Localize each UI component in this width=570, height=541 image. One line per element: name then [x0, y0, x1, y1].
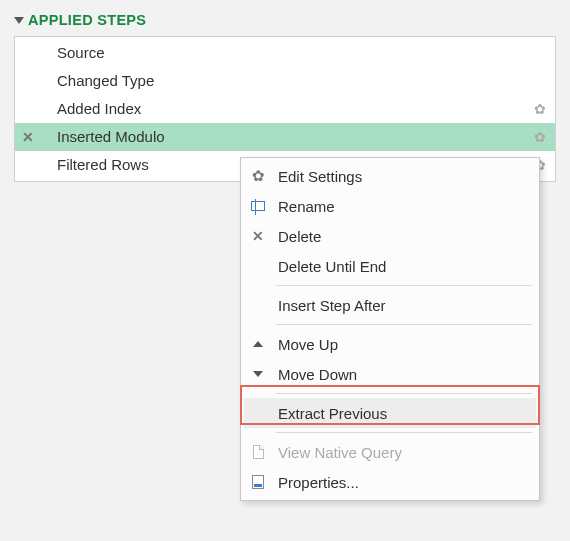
menu-extract-previous[interactable]: Extract Previous [244, 398, 536, 428]
menu-separator [276, 324, 532, 325]
gear-icon: ✿ [534, 123, 546, 151]
menu-label: Delete [272, 228, 528, 245]
step-label: Added Index [41, 95, 525, 123]
menu-rename[interactable]: Rename [244, 191, 536, 221]
menu-insert-step-after[interactable]: Insert Step After [244, 290, 536, 320]
step-label: Source [41, 39, 525, 67]
menu-move-down[interactable]: Move Down [244, 359, 536, 389]
document-icon [244, 445, 272, 459]
chevron-down-icon [244, 371, 272, 377]
applied-steps-header[interactable]: APPLIED STEPS [14, 12, 556, 28]
step-settings[interactable]: ✿ [525, 95, 555, 123]
menu-label: Properties... [272, 474, 528, 491]
menu-separator [276, 285, 532, 286]
menu-label: Insert Step After [272, 297, 528, 314]
menu-label: Rename [272, 198, 528, 215]
properties-icon [244, 475, 272, 489]
menu-view-native-query: View Native Query [244, 437, 536, 467]
step-inserted-modulo[interactable]: ✕ Inserted Modulo ✿ [15, 123, 555, 151]
menu-edit-settings[interactable]: ✿ Edit Settings [244, 161, 536, 191]
menu-label: View Native Query [272, 444, 528, 461]
menu-label: Edit Settings [272, 168, 528, 185]
menu-label: Move Up [272, 336, 528, 353]
menu-label: Delete Until End [272, 258, 528, 275]
collapse-icon [14, 17, 24, 24]
step-label: Inserted Modulo [41, 123, 525, 151]
x-icon: ✕ [22, 123, 34, 151]
menu-delete[interactable]: ✕ Delete [244, 221, 536, 251]
menu-separator [276, 432, 532, 433]
panel-title: APPLIED STEPS [28, 12, 146, 28]
rename-icon [244, 201, 272, 211]
step-source[interactable]: Source [15, 39, 555, 67]
step-added-index[interactable]: Added Index ✿ [15, 95, 555, 123]
step-label: Changed Type [41, 67, 525, 95]
step-delete[interactable]: ✕ [15, 123, 41, 151]
gear-icon: ✿ [244, 167, 272, 185]
menu-move-up[interactable]: Move Up [244, 329, 536, 359]
menu-separator [276, 393, 532, 394]
menu-label: Extract Previous [272, 405, 528, 422]
menu-delete-until-end[interactable]: Delete Until End [244, 251, 536, 281]
menu-properties[interactable]: Properties... [244, 467, 536, 497]
chevron-up-icon [244, 341, 272, 347]
gear-icon: ✿ [534, 95, 546, 123]
menu-label: Move Down [272, 366, 528, 383]
step-context-menu: ✿ Edit Settings Rename ✕ Delete Delete U… [240, 157, 540, 501]
x-icon: ✕ [244, 228, 272, 244]
step-settings[interactable]: ✿ [525, 123, 555, 151]
step-changed-type[interactable]: Changed Type [15, 67, 555, 95]
